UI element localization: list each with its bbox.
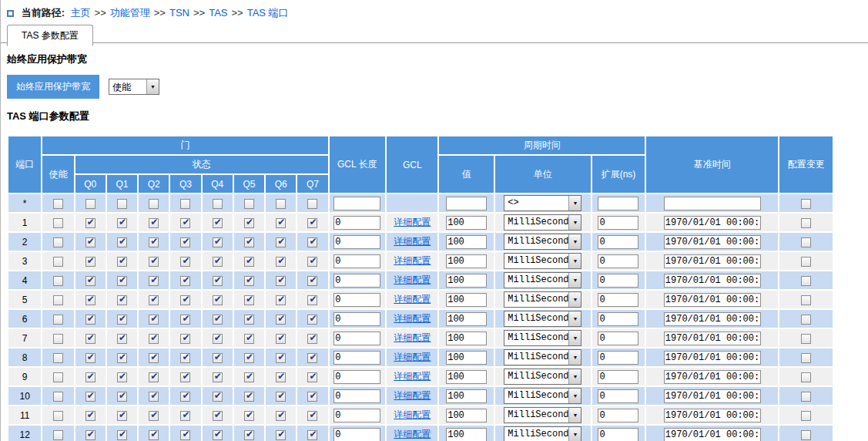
gcl-detail-link[interactable]: 详细配置 bbox=[394, 409, 431, 420]
queue-q6-checkbox[interactable] bbox=[276, 353, 286, 363]
cycle-value-input[interactable] bbox=[446, 370, 487, 384]
extension-input[interactable] bbox=[598, 254, 638, 268]
queue-q2-checkbox[interactable] bbox=[149, 257, 159, 267]
cycle-unit-select[interactable]: MilliSeconds ▼ bbox=[504, 330, 581, 346]
queue-q2-checkbox[interactable] bbox=[149, 295, 159, 305]
cycle-unit-select[interactable]: MilliSeconds ▼ bbox=[504, 253, 581, 269]
gcl-detail-link[interactable]: 详细配置 bbox=[394, 352, 431, 362]
queue-q3-checkbox[interactable] bbox=[180, 430, 190, 440]
queue-q0-checkbox[interactable] bbox=[85, 392, 96, 402]
extension-input[interactable] bbox=[598, 370, 638, 384]
cycle-value-input[interactable] bbox=[446, 409, 487, 422]
queue-q1-checkbox[interactable] bbox=[117, 392, 127, 402]
extension-input[interactable] bbox=[598, 389, 638, 403]
queue-q6-checkbox[interactable] bbox=[276, 218, 286, 228]
apply-guard-band-button[interactable]: 始终应用保护带宽 bbox=[7, 75, 99, 99]
base-time-input[interactable] bbox=[664, 197, 761, 210]
queue-q7-checkbox[interactable] bbox=[307, 315, 317, 325]
queue-q2-checkbox[interactable] bbox=[149, 218, 159, 228]
gcl-length-input[interactable] bbox=[333, 332, 380, 345]
gcl-detail-link[interactable]: 详细配置 bbox=[394, 217, 431, 227]
queue-q1-checkbox[interactable] bbox=[117, 237, 127, 247]
queue-q5-checkbox[interactable] bbox=[244, 218, 254, 228]
breadcrumb-link[interactable]: TSN bbox=[169, 7, 189, 19]
queue-q7-checkbox[interactable] bbox=[307, 430, 317, 440]
gate-enable-checkbox[interactable] bbox=[53, 353, 63, 363]
gate-enable-checkbox[interactable] bbox=[53, 257, 63, 267]
base-time-input[interactable] bbox=[664, 332, 761, 345]
config-change-checkbox[interactable] bbox=[801, 334, 811, 344]
gcl-length-input[interactable] bbox=[333, 274, 380, 288]
cycle-unit-select[interactable]: MilliSeconds ▼ bbox=[504, 272, 581, 288]
queue-q2-checkbox[interactable] bbox=[149, 372, 159, 382]
queue-q7-checkbox[interactable] bbox=[307, 411, 317, 421]
extension-input[interactable] bbox=[598, 409, 638, 422]
queue-q3-checkbox[interactable] bbox=[180, 218, 190, 228]
queue-q1-checkbox[interactable] bbox=[117, 353, 127, 363]
base-time-input[interactable] bbox=[664, 312, 761, 326]
queue-q7-checkbox[interactable] bbox=[307, 353, 317, 363]
cycle-unit-select[interactable]: MilliSeconds ▼ bbox=[504, 388, 581, 404]
queue-q6-checkbox[interactable] bbox=[276, 237, 286, 247]
queue-q1-checkbox[interactable] bbox=[117, 315, 127, 325]
gcl-length-input[interactable] bbox=[333, 312, 380, 326]
gcl-length-input[interactable] bbox=[333, 351, 380, 365]
config-change-checkbox[interactable] bbox=[801, 411, 811, 421]
gcl-length-input[interactable] bbox=[333, 293, 380, 307]
queue-q4-checkbox[interactable] bbox=[213, 276, 223, 286]
gate-enable-checkbox[interactable] bbox=[53, 334, 63, 344]
queue-q0-checkbox[interactable] bbox=[85, 237, 96, 247]
config-change-checkbox[interactable] bbox=[801, 295, 811, 305]
queue-q6-checkbox[interactable] bbox=[276, 199, 286, 209]
extension-input[interactable] bbox=[598, 235, 638, 249]
queue-q7-checkbox[interactable] bbox=[307, 218, 317, 228]
queue-q3-checkbox[interactable] bbox=[180, 257, 190, 267]
breadcrumb-link[interactable]: TAS bbox=[209, 7, 227, 19]
gate-enable-checkbox[interactable] bbox=[53, 237, 63, 247]
queue-q0-checkbox[interactable] bbox=[85, 353, 96, 363]
queue-q3-checkbox[interactable] bbox=[180, 276, 190, 286]
gcl-detail-link[interactable]: 详细配置 bbox=[394, 294, 431, 305]
queue-q4-checkbox[interactable] bbox=[213, 372, 223, 382]
base-time-input[interactable] bbox=[664, 274, 761, 288]
cycle-value-input[interactable] bbox=[446, 293, 487, 307]
queue-q5-checkbox[interactable] bbox=[244, 315, 254, 325]
queue-q0-checkbox[interactable] bbox=[85, 315, 96, 325]
gcl-length-input[interactable] bbox=[333, 389, 380, 403]
cycle-unit-select[interactable]: MilliSeconds ▼ bbox=[504, 291, 581, 308]
gate-enable-checkbox[interactable] bbox=[53, 411, 63, 421]
gcl-detail-link[interactable]: 详细配置 bbox=[394, 371, 431, 382]
gate-enable-checkbox[interactable] bbox=[53, 276, 63, 286]
queue-q6-checkbox[interactable] bbox=[276, 334, 286, 344]
queue-q0-checkbox[interactable] bbox=[85, 430, 96, 440]
queue-q6-checkbox[interactable] bbox=[276, 392, 286, 402]
queue-q1-checkbox[interactable] bbox=[117, 334, 127, 344]
queue-q0-checkbox[interactable] bbox=[85, 295, 96, 305]
cycle-value-input[interactable] bbox=[446, 389, 487, 403]
queue-q2-checkbox[interactable] bbox=[149, 334, 159, 344]
queue-q5-checkbox[interactable] bbox=[244, 372, 254, 382]
queue-q2-checkbox[interactable] bbox=[149, 411, 159, 421]
gcl-length-input[interactable] bbox=[333, 197, 380, 210]
extension-input[interactable] bbox=[598, 332, 638, 345]
gcl-detail-link[interactable]: 详细配置 bbox=[394, 429, 431, 439]
extension-input[interactable] bbox=[598, 312, 638, 326]
queue-q3-checkbox[interactable] bbox=[180, 353, 190, 363]
queue-q2-checkbox[interactable] bbox=[149, 430, 159, 440]
extension-input[interactable] bbox=[598, 293, 638, 307]
config-change-checkbox[interactable] bbox=[801, 430, 811, 440]
queue-q0-checkbox[interactable] bbox=[85, 411, 96, 421]
base-time-input[interactable] bbox=[664, 409, 761, 422]
gcl-length-input[interactable] bbox=[333, 428, 380, 441]
queue-q1-checkbox[interactable] bbox=[117, 295, 127, 305]
queue-q0-checkbox[interactable] bbox=[85, 276, 96, 286]
queue-q0-checkbox[interactable] bbox=[85, 372, 96, 382]
queue-q7-checkbox[interactable] bbox=[307, 392, 317, 402]
cycle-value-input[interactable] bbox=[446, 274, 487, 288]
queue-q2-checkbox[interactable] bbox=[149, 276, 159, 286]
base-time-input[interactable] bbox=[664, 351, 761, 365]
extension-input[interactable] bbox=[598, 351, 638, 365]
queue-q6-checkbox[interactable] bbox=[276, 257, 286, 267]
cycle-value-input[interactable] bbox=[446, 351, 487, 365]
base-time-input[interactable] bbox=[664, 216, 761, 230]
